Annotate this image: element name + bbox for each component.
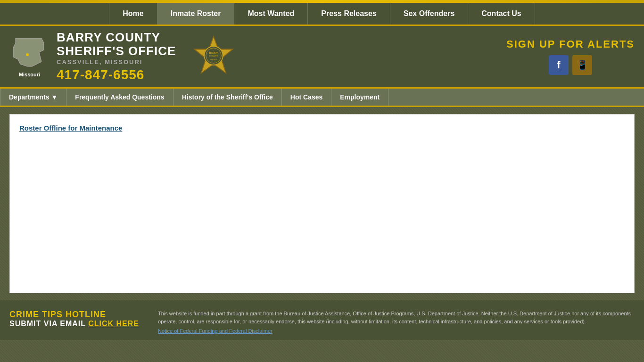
svg-marker-0 <box>13 38 44 66</box>
submit-label: Submit Via Email <box>9 320 86 328</box>
click-here-link[interactable]: Click Here <box>88 320 139 328</box>
logo-area: Missouri Barry County Sheriff's Office C… <box>9 31 235 82</box>
sec-nav-history[interactable]: History of the Sheriff's Office <box>173 89 282 106</box>
sec-nav-employment[interactable]: Employment <box>331 89 388 106</box>
nav-contact-us[interactable]: Contact Us <box>468 3 535 25</box>
mo-label: Missouri <box>9 72 50 77</box>
roster-offline-message: Roster Offline for Maintenance <box>19 124 122 132</box>
nav-sex-offenders[interactable]: Sex Offenders <box>390 3 468 25</box>
secondary-nav: Departments ▼ Frequently Asked Questions… <box>0 87 644 107</box>
nav-home[interactable]: Home <box>109 3 157 25</box>
office-name-line1: Barry County <box>57 31 176 44</box>
svg-text:COUNTY: COUNTY <box>209 55 218 58</box>
crime-tips-submit: Submit Via Email Click Here <box>9 320 139 328</box>
social-icons: f 📱 <box>506 55 635 75</box>
sec-nav-departments[interactable]: Departments ▼ <box>0 89 66 106</box>
svg-point-1 <box>26 53 29 56</box>
disclaimer-link[interactable]: Notice of Federal Funding and Federal Di… <box>158 327 635 335</box>
sheriff-badge: BARRY COUNTY SHERIFF <box>192 34 235 79</box>
header-right: Sign Up For Alerts f 📱 <box>506 38 635 75</box>
footer: Crime Tips Hotline Submit Via Email Clic… <box>0 300 644 340</box>
crime-tips: Crime Tips Hotline Submit Via Email Clic… <box>9 310 139 328</box>
crime-tips-title: Crime Tips Hotline <box>9 310 139 320</box>
city-state: Cassville, Missouri <box>57 58 176 66</box>
facebook-icon[interactable]: f <box>549 55 569 75</box>
header: Missouri Barry County Sheriff's Office C… <box>0 26 644 87</box>
nav-press-releases[interactable]: Press Releases <box>308 3 390 25</box>
disclaimer-text: This website is funded in part through a… <box>158 311 631 324</box>
office-name-line2: Sheriff's Office <box>57 44 176 58</box>
footer-disclaimer: This website is funded in part through a… <box>158 310 635 335</box>
phone-number: 417-847-6556 <box>57 67 176 82</box>
svg-text:BARRY: BARRY <box>209 51 218 54</box>
nav-most-wanted[interactable]: Most Wanted <box>234 3 308 25</box>
missouri-map-icon <box>11 36 49 69</box>
nav-inmate-roster[interactable]: Inmate Roster <box>157 3 235 25</box>
content-area: Roster Offline for Maintenance <box>9 114 635 293</box>
header-text: Barry County Sheriff's Office Cassville,… <box>57 31 176 82</box>
main-nav: Home Inmate Roster Most Wanted Press Rel… <box>0 3 644 26</box>
sec-nav-hot-cases[interactable]: Hot Cases <box>282 89 331 106</box>
badge-icon: BARRY COUNTY SHERIFF <box>192 34 235 77</box>
sign-up-alerts-text: Sign Up For Alerts <box>506 38 635 50</box>
svg-text:SHERIFF: SHERIFF <box>210 59 218 61</box>
mobile-icon[interactable]: 📱 <box>572 55 592 75</box>
mo-map-container: Missouri <box>9 36 50 77</box>
sec-nav-faq[interactable]: Frequently Asked Questions <box>66 89 173 106</box>
